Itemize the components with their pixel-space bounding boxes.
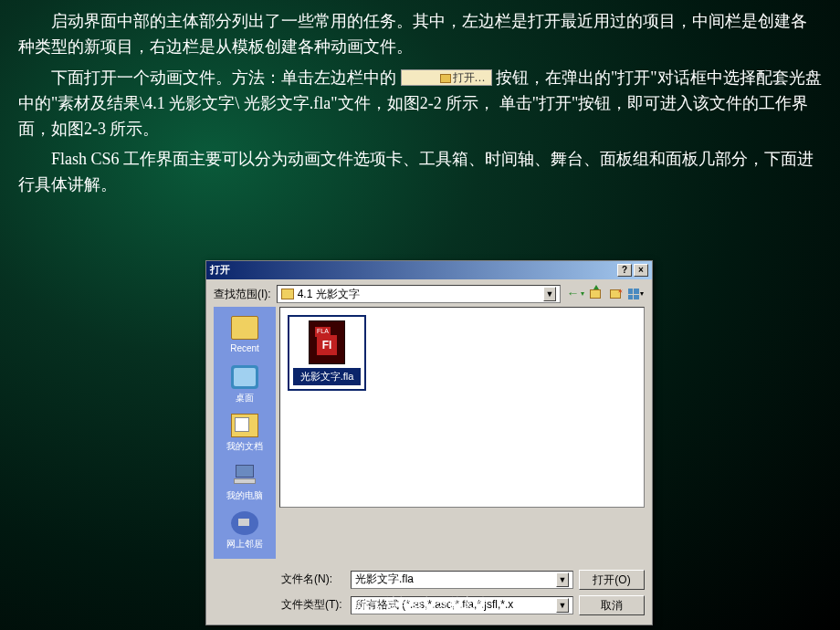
figure-caption: 图2-2 选择要打开的文件 xyxy=(0,593,840,614)
open-inline-button: 打开… xyxy=(401,69,492,86)
fla-file-icon: FLA Fl xyxy=(309,320,345,364)
new-folder-icon[interactable]: ✶ xyxy=(606,285,625,303)
file-list-area[interactable]: FLA Fl 光影文字.fla xyxy=(279,307,645,508)
para2-text: 下面打开一个动画文件。方法：单击左边栏中的 打开… 按钮，在弹出的"打开"对话框… xyxy=(18,66,822,142)
dialog-bottom: 文件名(N): 光影文字.fla ▼ 打开(O) 文件类型(T): 所有格式 (… xyxy=(206,559,652,625)
place-recent[interactable]: Recent xyxy=(214,312,276,358)
up-folder-icon[interactable] xyxy=(586,285,604,303)
place-desktop[interactable]: 桌面 xyxy=(214,362,276,407)
lookin-row: 查找范围(I): 4.1 光影文字 ▼ ←▾ ✶ ▾ xyxy=(206,279,652,307)
chevron-down-icon[interactable]: ▼ xyxy=(543,287,556,301)
file-label: 光影文字.fla xyxy=(293,368,361,385)
lookin-combo[interactable]: 4.1 光影文字 ▼ xyxy=(277,285,561,303)
network-icon xyxy=(231,511,258,535)
places-bar: Recent 桌面 我的文档 我的电脑 网上邻居 xyxy=(214,307,276,559)
place-mycomputer[interactable]: 我的电脑 xyxy=(214,459,276,505)
toolbar-icons: ←▾ ✶ ▾ xyxy=(566,285,645,303)
lookin-label: 查找范围(I): xyxy=(214,286,271,303)
para3-text: Flash CS6 工作界面主要可以分为动画文件选项卡、工具箱、时间轴、舞台、面… xyxy=(18,147,822,198)
dialog-titlebar: 打开 ? × xyxy=(206,261,652,279)
paragraph-2: 下面打开一个动画文件。方法：单击左边栏中的 打开… 按钮，在弹出的"打开"对话框… xyxy=(18,66,822,142)
paragraph-1: 启动界面中部的主体部分列出了一些常用的任务。其中，左边栏是打开最近用过的项目，中… xyxy=(18,9,822,60)
paragraph-3: Flash CS6 工作界面主要可以分为动画文件选项卡、工具箱、时间轴、舞台、面… xyxy=(18,147,822,198)
recent-folder-icon xyxy=(231,316,258,340)
dialog-body: Recent 桌面 我的文档 我的电脑 网上邻居 FLA xyxy=(206,307,652,559)
chevron-down-icon[interactable]: ▼ xyxy=(556,572,569,587)
open-button[interactable]: 打开(O) xyxy=(579,570,645,590)
lookin-value: 4.1 光影文字 xyxy=(298,286,360,303)
place-mydocs[interactable]: 我的文档 xyxy=(214,410,276,456)
filename-label: 文件名(N): xyxy=(281,571,345,588)
desktop-icon xyxy=(231,365,258,389)
filename-row: 文件名(N): 光影文字.fla ▼ 打开(O) xyxy=(281,570,645,590)
filename-combo[interactable]: 光影文字.fla ▼ xyxy=(351,571,573,589)
place-network[interactable]: 网上邻居 xyxy=(214,508,276,553)
folder-icon xyxy=(281,289,294,299)
folder-icon xyxy=(440,74,451,83)
para1-text: 启动界面中部的主体部分列出了一些常用的任务。其中，左边栏是打开最近用过的项目，中… xyxy=(18,9,822,60)
close-button[interactable]: × xyxy=(634,264,648,277)
help-button[interactable]: ? xyxy=(617,264,632,277)
view-menu-icon[interactable]: ▾ xyxy=(626,285,645,303)
file-item-selected[interactable]: FLA Fl 光影文字.fla xyxy=(288,315,366,391)
open-dialog: 打开 ? × 查找范围(I): 4.1 光影文字 ▼ ←▾ ✶ ▾ Recent… xyxy=(205,260,653,625)
back-icon[interactable]: ←▾ xyxy=(566,285,584,303)
documents-icon xyxy=(231,414,258,437)
dialog-title: 打开 xyxy=(210,262,615,278)
computer-icon xyxy=(231,463,258,487)
